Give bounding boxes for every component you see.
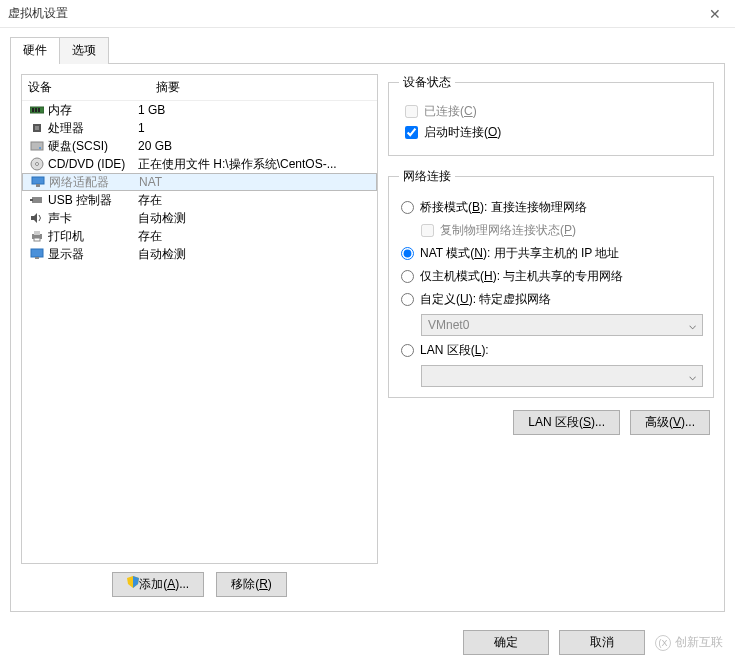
list-item[interactable]: 网络适配器 NAT xyxy=(22,173,377,191)
watermark: (X创新互联 xyxy=(655,634,723,651)
memory-icon xyxy=(28,105,46,115)
tab-options[interactable]: 选项 xyxy=(59,37,109,64)
hostonly-radio[interactable]: 仅主机模式(H): 与主机共享的专用网络 xyxy=(401,268,703,285)
cancel-button[interactable]: 取消 xyxy=(559,630,645,655)
svg-rect-12 xyxy=(32,197,42,203)
list-item[interactable]: 内存 1 GB xyxy=(22,101,377,119)
replicate-input xyxy=(421,224,434,237)
list-item[interactable]: 硬盘(SCSI) 20 GB xyxy=(22,137,377,155)
left-panel: 设备 摘要 内存 1 GB 处理器 1 硬盘(SCSI) 20 GB xyxy=(21,74,378,601)
content: 硬件 选项 设备 摘要 内存 1 GB 处理器 1 xyxy=(0,28,735,612)
list-item[interactable]: 显示器 自动检测 xyxy=(22,245,377,263)
svg-rect-10 xyxy=(32,177,44,184)
item-name: 网络适配器 xyxy=(49,174,109,191)
left-buttons: 添加(A)... 移除(R) xyxy=(21,564,378,601)
item-name: 硬盘(SCSI) xyxy=(48,138,108,155)
connect-at-poweron-input[interactable] xyxy=(405,126,418,139)
footer: 确定 取消 (X创新互联 xyxy=(451,620,735,665)
disk-icon xyxy=(28,140,46,152)
item-name: 处理器 xyxy=(48,120,84,137)
svg-rect-1 xyxy=(32,108,34,112)
item-summary: 正在使用文件 H:\操作系统\CentOS-... xyxy=(138,156,371,173)
svg-rect-16 xyxy=(34,231,40,235)
list-item[interactable]: USB 控制器 存在 xyxy=(22,191,377,209)
add-button[interactable]: 添加(A)... xyxy=(112,572,204,597)
connected-input xyxy=(405,105,418,118)
item-summary: 自动检测 xyxy=(138,210,371,227)
svg-rect-13 xyxy=(30,199,33,201)
svg-rect-17 xyxy=(34,238,40,241)
col-device: 设备 xyxy=(28,79,156,96)
network-connection-group: 网络连接 桥接模式(B): 直接连接物理网络 复制物理网络连接状态(P) NAT… xyxy=(388,168,714,398)
item-name: 声卡 xyxy=(48,210,72,227)
item-summary: 存在 xyxy=(138,228,371,245)
svg-rect-11 xyxy=(36,184,40,187)
vmnet-select: VMnet0⌵ xyxy=(421,314,703,336)
list-item[interactable]: 处理器 1 xyxy=(22,119,377,137)
item-name: 打印机 xyxy=(48,228,84,245)
watermark-icon: (X xyxy=(655,635,671,651)
sound-icon xyxy=(28,212,46,224)
right-panel: 设备状态 已连接(C) 启动时连接(O) 网络连接 桥接模式(B): 直接连接物… xyxy=(388,74,714,601)
window-title: 虚拟机设置 xyxy=(8,5,703,22)
lanseg-input[interactable] xyxy=(401,344,414,357)
item-summary: 自动检测 xyxy=(138,246,371,263)
network-icon xyxy=(29,176,47,188)
chevron-down-icon: ⌵ xyxy=(689,318,696,332)
nat-input[interactable] xyxy=(401,247,414,260)
cpu-icon xyxy=(28,121,46,135)
display-icon xyxy=(28,248,46,260)
item-summary: NAT xyxy=(139,175,370,189)
svg-rect-5 xyxy=(35,126,39,130)
lan-segments-button[interactable]: LAN 区段(S)... xyxy=(513,410,620,435)
item-name: 内存 xyxy=(48,102,72,119)
svg-marker-14 xyxy=(31,213,37,223)
custom-network-select: VMnet0⌵ xyxy=(421,314,703,336)
replicate-checkbox: 复制物理网络连接状态(P) xyxy=(421,222,703,239)
nat-radio[interactable]: NAT 模式(N): 用于共享主机的 IP 地址 xyxy=(401,245,703,262)
device-status-group: 设备状态 已连接(C) 启动时连接(O) xyxy=(388,74,714,156)
shield-icon xyxy=(127,576,139,588)
chevron-down-icon: ⌵ xyxy=(689,369,696,383)
lanseg-radio[interactable]: LAN 区段(L): xyxy=(401,342,703,359)
remove-button[interactable]: 移除(R) xyxy=(216,572,287,597)
svg-rect-18 xyxy=(31,249,43,257)
cd-icon xyxy=(28,157,46,171)
ok-button[interactable]: 确定 xyxy=(463,630,549,655)
item-name: USB 控制器 xyxy=(48,192,112,209)
device-list: 设备 摘要 内存 1 GB 处理器 1 硬盘(SCSI) 20 GB xyxy=(21,74,378,564)
hostonly-input[interactable] xyxy=(401,270,414,283)
close-icon[interactable]: ✕ xyxy=(703,6,727,22)
list-item[interactable]: 声卡 自动检测 xyxy=(22,209,377,227)
connected-checkbox: 已连接(C) xyxy=(405,103,703,120)
tab-hardware[interactable]: 硬件 xyxy=(10,37,60,64)
lanseg-select: ⌵ xyxy=(421,365,703,387)
device-status-legend: 设备状态 xyxy=(399,74,455,91)
list-item[interactable]: CD/DVD (IDE) 正在使用文件 H:\操作系统\CentOS-... xyxy=(22,155,377,173)
list-item[interactable]: 打印机 存在 xyxy=(22,227,377,245)
item-name: CD/DVD (IDE) xyxy=(48,157,125,171)
col-summary: 摘要 xyxy=(156,79,180,96)
network-connection-legend: 网络连接 xyxy=(399,168,455,185)
connect-at-poweron-checkbox[interactable]: 启动时连接(O) xyxy=(405,124,703,141)
device-list-header: 设备 摘要 xyxy=(22,75,377,101)
device-list-body: 内存 1 GB 处理器 1 硬盘(SCSI) 20 GB CD/DVD (IDE… xyxy=(22,101,377,563)
svg-point-9 xyxy=(36,163,39,166)
custom-input[interactable] xyxy=(401,293,414,306)
tabpane-hardware: 设备 摘要 内存 1 GB 处理器 1 硬盘(SCSI) 20 GB xyxy=(10,64,725,612)
printer-icon xyxy=(28,230,46,242)
right-buttons: LAN 区段(S)... 高级(V)... xyxy=(388,410,714,435)
tab-strip: 硬件 选项 xyxy=(10,36,725,64)
bridge-radio[interactable]: 桥接模式(B): 直接连接物理网络 xyxy=(401,199,703,216)
item-summary: 1 GB xyxy=(138,103,371,117)
custom-radio[interactable]: 自定义(U): 特定虚拟网络 xyxy=(401,291,703,308)
bridge-input[interactable] xyxy=(401,201,414,214)
svg-rect-6 xyxy=(31,142,43,150)
svg-rect-2 xyxy=(35,108,37,112)
item-summary: 1 xyxy=(138,121,371,135)
titlebar: 虚拟机设置 ✕ xyxy=(0,0,735,28)
svg-rect-3 xyxy=(38,108,40,112)
svg-rect-19 xyxy=(35,257,39,259)
item-summary: 存在 xyxy=(138,192,371,209)
advanced-button[interactable]: 高级(V)... xyxy=(630,410,710,435)
